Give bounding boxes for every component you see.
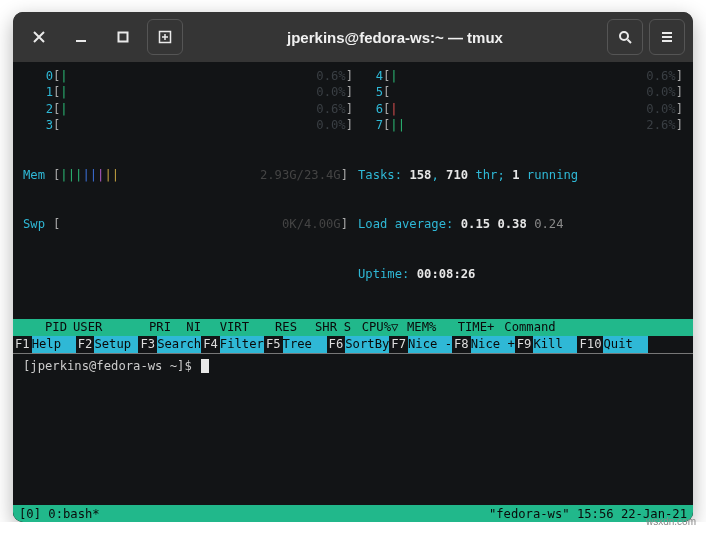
flabel-nice-[interactable]: Nice - <box>408 336 452 353</box>
window-title: jperkins@fedora-ws:~ — tmux <box>183 29 607 46</box>
flabel-quit[interactable]: Quit <box>603 336 647 353</box>
flabel-search[interactable]: Search <box>157 336 201 353</box>
flabel-sortby[interactable]: SortBy <box>345 336 389 353</box>
terminal-area[interactable]: 0[|0.6%]1[|0.0%]2[|0.6%]3[0.0%] 4[|0.6%]… <box>13 62 693 522</box>
loadavg-line: Load average: 0.15 0.38 0.24 <box>358 216 683 232</box>
watermark: wsxdn.com <box>646 516 696 522</box>
flabel-setup[interactable]: Setup <box>94 336 138 353</box>
shell-prompt[interactable]: [jperkins@fedora-ws ~]$ <box>23 354 683 374</box>
flabel-help[interactable]: Help <box>32 336 76 353</box>
minimize-icon[interactable] <box>63 19 99 55</box>
uptime-line: Uptime: 00:08:26 <box>358 266 683 282</box>
cpu-meter-1: 1[|0.0%] <box>23 84 353 100</box>
swap-meter: Swp[0K/4.00G] <box>23 216 348 232</box>
fkey-F9[interactable]: F9 <box>515 336 534 353</box>
fkey-F7[interactable]: F7 <box>389 336 408 353</box>
fkey-F1[interactable]: F1 <box>13 336 32 353</box>
cpu-meter-2: 2[|0.6%] <box>23 101 353 117</box>
cpu-meter-6: 6[|0.0%] <box>353 101 683 117</box>
tmux-status-bar: [0] 0:bash* "fedora-ws" 15:56 22-Jan-21 <box>13 505 693 522</box>
search-icon[interactable] <box>607 19 643 55</box>
fkey-F2[interactable]: F2 <box>76 336 95 353</box>
svg-rect-0 <box>119 33 128 42</box>
flabel-filter[interactable]: Filter <box>220 336 264 353</box>
tmux-status-left: [0] 0:bash* <box>19 506 100 521</box>
maximize-icon[interactable] <box>105 19 141 55</box>
menu-icon[interactable] <box>649 19 685 55</box>
fkey-F6[interactable]: F6 <box>327 336 346 353</box>
new-tab-icon[interactable] <box>147 19 183 55</box>
function-key-bar: F1Help F2Setup F3SearchF4FilterF5Tree F6… <box>13 336 693 353</box>
flabel-nice-[interactable]: Nice + <box>471 336 515 353</box>
svg-point-2 <box>620 32 628 40</box>
fkey-F10[interactable]: F10 <box>577 336 603 353</box>
fkey-F8[interactable]: F8 <box>452 336 471 353</box>
cpu-meters: 0[|0.6%]1[|0.0%]2[|0.6%]3[0.0%] 4[|0.6%]… <box>23 68 683 134</box>
mem-task-row: Mem[||||||||2.93G/23.4G] Swp[0K/4.00G] T… <box>23 134 683 315</box>
flabel-kill[interactable]: Kill <box>533 336 577 353</box>
fkey-F4[interactable]: F4 <box>201 336 220 353</box>
process-header[interactable]: PID USER PRI NI VIRT RES SHR S CPU%▽ MEM… <box>13 319 693 336</box>
close-icon[interactable] <box>21 19 57 55</box>
flabel-tree[interactable]: Tree <box>283 336 327 353</box>
cpu-meter-5: 5[0.0%] <box>353 84 683 100</box>
terminal-window: jperkins@fedora-ws:~ — tmux 0[|0.6%]1[|0… <box>13 12 693 522</box>
cpu-meter-3: 3[0.0%] <box>23 117 353 133</box>
fkey-F5[interactable]: F5 <box>264 336 283 353</box>
cursor-icon <box>201 359 209 373</box>
cpu-meter-4: 4[|0.6%] <box>353 68 683 84</box>
tasks-line: Tasks: 158, 710 thr; 1 running <box>358 167 683 183</box>
titlebar: jperkins@fedora-ws:~ — tmux <box>13 12 693 62</box>
cpu-meter-0: 0[|0.6%] <box>23 68 353 84</box>
mem-meter: Mem[||||||||2.93G/23.4G] <box>23 167 348 183</box>
cpu-meter-7: 7[||2.6%] <box>353 117 683 133</box>
fkey-F3[interactable]: F3 <box>138 336 157 353</box>
